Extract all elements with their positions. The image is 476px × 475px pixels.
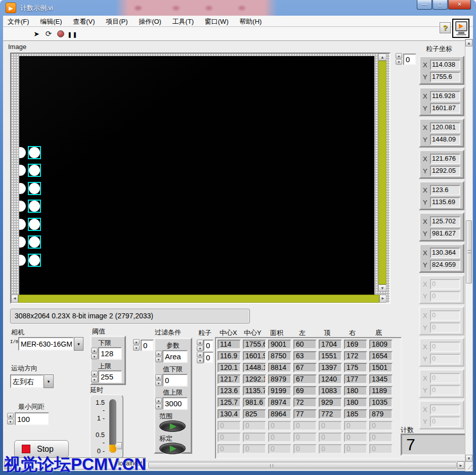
particle-marker-box — [28, 254, 41, 267]
main-scroll-up-icon[interactable]: ▲ — [465, 39, 472, 46]
close-button[interactable]: ✕ — [448, 0, 471, 10]
particles-index-field[interactable]: 0 — [403, 54, 416, 65]
menu-window[interactable]: 窗口(W) — [200, 16, 233, 26]
header-top: 顶 — [324, 328, 330, 338]
threshold-upper-spinner[interactable]: ▲▼ — [91, 371, 98, 383]
table-cell: 0 — [319, 444, 342, 454]
menu-help[interactable]: 帮助(H) — [235, 16, 266, 26]
menu-operate[interactable]: 操作(O) — [134, 16, 166, 26]
header-left: 左 — [299, 328, 306, 338]
image-vscrollbar[interactable] — [378, 61, 386, 284]
particle-coord-cluster: X0 Y0 — [419, 338, 464, 367]
table-index-field-a[interactable]: 0 — [203, 340, 213, 351]
menu-project[interactable]: 项目(P) — [101, 16, 132, 26]
image-scroll-left-icon[interactable]: ◄ — [11, 295, 18, 303]
main-vscrollbar[interactable]: ▲ ▼ — [465, 39, 473, 471]
stop-button-label: Stop — [37, 445, 54, 454]
particle-x-value: 0 — [430, 373, 460, 384]
calib-toggle-button[interactable] — [159, 443, 186, 454]
table-cell: 123.6 — [218, 386, 241, 396]
range-toggle-button[interactable] — [159, 420, 186, 432]
particle-coord-cluster: X114.038 Y1755.6 — [419, 56, 464, 85]
menu-edit[interactable]: 编辑(E) — [35, 16, 66, 26]
minimize-button[interactable]: — — [417, 0, 432, 10]
table-index-field-b[interactable]: 0 — [203, 352, 213, 363]
image-scroll-up-icon[interactable]: ▲ — [378, 54, 386, 61]
threshold-lower-field[interactable]: 128 — [98, 347, 122, 360]
run-continuous-button[interactable]: ⟳ — [44, 29, 54, 38]
image-scroll-down-icon[interactable]: ▼ — [378, 284, 386, 292]
client-area: 文件(F) 编辑(E) 查看(V) 项目(P) 操作(O) 工具(T) 窗口(W… — [3, 16, 473, 471]
main-scroll-down-icon[interactable]: ▼ — [465, 455, 472, 462]
run-button[interactable]: ➤ — [31, 29, 41, 38]
filter-lower-label: 值下限 — [163, 365, 183, 374]
maximize-button[interactable]: ▢ — [432, 0, 448, 10]
table-cell: 8979 — [268, 374, 291, 384]
filter-param-field[interactable]: Area — [162, 350, 188, 363]
menu-view[interactable]: 查看(V) — [68, 16, 99, 26]
table-index-spinner-a[interactable]: ▲▼ — [197, 340, 203, 352]
main-vscroll-thumb[interactable] — [466, 220, 472, 283]
header-bottom: 底 — [375, 328, 382, 338]
image-display-label: Image — [8, 43, 26, 51]
delay-slider-track[interactable] — [109, 399, 116, 453]
camera-dropdown-icon[interactable]: ▼ — [74, 337, 83, 351]
table-cell: 1704 — [319, 340, 342, 349]
threshold-group: 下限 ▲▼ 128 上限 ▲▼ 255 — [90, 336, 126, 385]
particle-blob — [19, 236, 26, 248]
particle-coord-cluster: X0 Y0 — [419, 369, 464, 398]
vi-icon[interactable] — [452, 19, 469, 38]
direction-ring-control[interactable]: 左到右 ▼ — [10, 374, 55, 388]
image-scroll-right-icon[interactable]: ► — [379, 295, 386, 303]
filter-index-spinner[interactable]: ▲▼ — [133, 339, 140, 351]
abort-button[interactable] — [56, 29, 66, 38]
camera-image[interactable] — [19, 56, 374, 295]
camera-ring-control[interactable]: I/0 MER-630-16GM ▼ — [10, 337, 84, 351]
main-scroll-right-icon[interactable]: ► — [457, 461, 464, 469]
min-gap-spinner[interactable]: ▲▼ — [7, 413, 14, 425]
threshold-upper-field[interactable]: 255 — [98, 370, 122, 383]
table-cell: 0 — [268, 421, 291, 431]
image-status-text: 3088x2064 0.23X 8-bit image 2 (2797,2033… — [11, 309, 249, 322]
green-arrow-icon — [170, 423, 177, 430]
pause-button[interactable]: ❚❚ — [67, 29, 77, 38]
table-cell: 172 — [344, 351, 367, 361]
table-cell: 0 — [344, 433, 367, 442]
filter-index-field[interactable]: 0 — [141, 340, 154, 351]
threshold-upper-label: 上限 — [98, 362, 111, 371]
y-label: Y — [423, 261, 428, 269]
filter-upper-field[interactable]: 3000 — [162, 397, 188, 410]
table-index-spinner-b[interactable]: ▲▼ — [197, 352, 203, 364]
table-cell: 114 — [218, 340, 241, 349]
title-bar[interactable]: ▶ 计数示例.vi — ▢ ✕ — [0, 0, 476, 16]
camera-value[interactable]: MER-630-16GM — [18, 337, 74, 351]
menu-tools[interactable]: 工具(T) — [168, 16, 199, 26]
table-cell: 69 — [293, 386, 317, 396]
table-cell: 1551 — [319, 351, 342, 361]
table-cell: 116.9 — [218, 351, 241, 361]
particle-y-value: 1135.69 — [430, 197, 460, 208]
y-label: Y — [423, 418, 428, 425]
particle-marker-box — [28, 200, 41, 213]
threshold-lower-spinner[interactable]: ▲▼ — [91, 348, 98, 360]
min-gap-field[interactable]: 100 — [15, 412, 49, 425]
filter-param-spinner[interactable]: ▲▼ — [155, 351, 162, 363]
image-hscrollbar[interactable] — [18, 295, 379, 303]
main-hscroll-thumb[interactable] — [148, 462, 457, 468]
threshold-lower-label: 下限 — [98, 339, 111, 348]
x-label: X — [423, 280, 428, 288]
filter-range-label: 范围 — [159, 412, 172, 421]
direction-dropdown-icon[interactable]: ▼ — [44, 374, 54, 388]
particle-x-value: 0 — [430, 279, 460, 290]
particles-index-spinner[interactable]: ▲▼ — [396, 53, 402, 65]
context-help-button[interactable]: ? — [440, 22, 451, 33]
table-cell: 1601.9 — [243, 351, 266, 361]
header-area: 面积 — [270, 328, 283, 338]
filter-lower-field[interactable]: 0 — [162, 374, 188, 387]
table-cell: 185 — [344, 409, 367, 419]
filter-upper-spinner[interactable]: ▲▼ — [155, 398, 162, 410]
menu-file[interactable]: 文件(F) — [3, 16, 34, 26]
labview-app-icon: ▶ — [6, 3, 16, 13]
direction-value[interactable]: 左到右 — [10, 374, 44, 388]
filter-lower-spinner[interactable]: ▲▼ — [155, 374, 162, 387]
